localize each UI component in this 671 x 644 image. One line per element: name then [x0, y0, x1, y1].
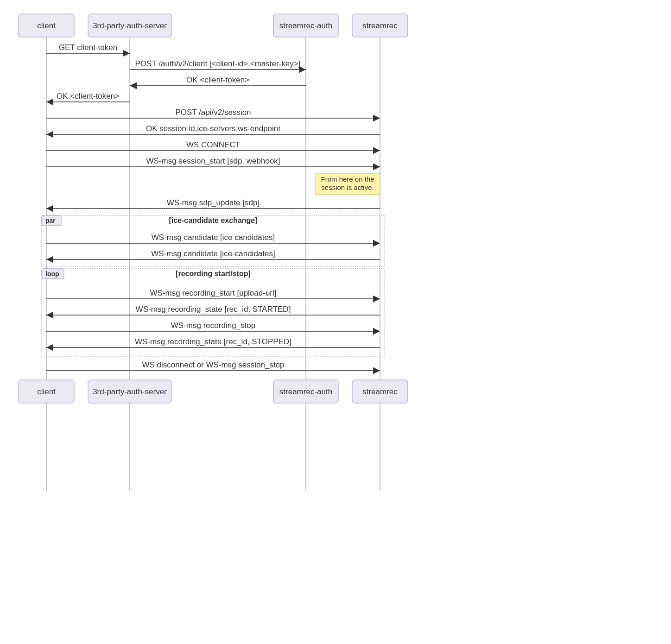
note-line: From here on the	[321, 175, 374, 183]
fragment-label: par	[45, 217, 56, 224]
message-label: WS-msg recording_stop	[171, 321, 255, 330]
message-label: OK <client-token>	[186, 76, 249, 84]
fragment-label: loop	[45, 270, 59, 278]
message-label: WS-msg recording_start [upload-url]	[150, 289, 276, 297]
message-label: WS-msg recording_state [rec_id, STOPPED]	[135, 337, 291, 346]
actor-label: 3rd-party-auth-server	[93, 21, 167, 30]
actor-label: streamrec-auth	[279, 387, 332, 396]
message-label: WS-msg sdp_update [sdp]	[167, 198, 260, 207]
note-line: session is active.	[321, 183, 373, 191]
message-label: WS CONNECT	[186, 140, 240, 149]
message-label: GET client-token	[59, 43, 117, 52]
message-label: POST /api/v2/session	[175, 108, 251, 117]
message-label: POST /auth/v2/client [<client-id>,<maste…	[135, 59, 301, 68]
actor-label: client	[37, 21, 56, 30]
message-label: WS-msg session_start [sdp, webhook]	[146, 157, 280, 165]
fragment-title: [recording start/stop]	[176, 270, 251, 278]
actor-label: streamrec-auth	[279, 21, 332, 30]
message-label: OK session-id,ice-servers,ws-endpoint	[146, 124, 280, 133]
sequence-diagram: client 3rd-party-auth-server streamrec-a…	[9, 9, 533, 519]
actor-label: 3rd-party-auth-server	[93, 387, 167, 396]
message-label: WS-msg candidate [ice candidates]	[152, 233, 275, 242]
actor-label: streamrec	[362, 21, 398, 30]
message-label: WS-msg candidate [ice-candidates]	[151, 249, 275, 258]
actor-label: streamrec	[362, 387, 398, 396]
fragment-title: [ice-candidate exchange]	[169, 216, 257, 224]
actor-label: client	[37, 387, 56, 396]
message-label: OK <client-token>	[57, 92, 120, 101]
message-label: WS-msg recording_state [rec_id, STARTED]	[136, 305, 291, 314]
message-label: WS disconnect or WS-msg session_stop	[142, 360, 284, 369]
